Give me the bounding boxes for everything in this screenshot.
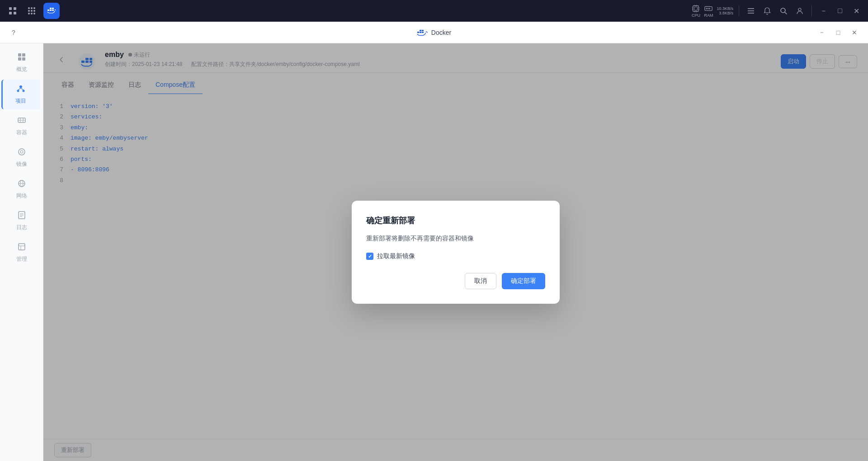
svg-rect-19 [694, 7, 698, 10]
svg-line-39 [785, 12, 787, 14]
svg-rect-47 [22, 53, 25, 56]
docker-maximize-btn[interactable]: □ [832, 26, 844, 39]
svg-rect-43 [422, 32, 424, 33]
docker-titlebar-left: ? [7, 26, 20, 39]
svg-rect-29 [706, 8, 707, 9]
sidebar-item-images[interactable]: 镜像 [3, 143, 40, 173]
docker-window: ? Docker － □ ✕ [0, 22, 868, 461]
svg-line-54 [21, 88, 24, 90]
docker-window-controls: － □ ✕ [816, 26, 861, 39]
svg-point-59 [19, 149, 25, 155]
svg-point-8 [31, 10, 33, 12]
checkbox-label: 拉取最新镜像 [377, 252, 415, 260]
network-speed[interactable]: 10.3KB/s 3.8KB/s [717, 6, 733, 15]
svg-point-51 [17, 90, 19, 92]
dialog-overlay: 确定重新部署 重新部署将删除不再需要的容器和镜像 拉取最新镜像 取消 确定部署 [43, 43, 868, 461]
docker-taskbar-icon[interactable] [43, 3, 60, 19]
taskbar-left [5, 3, 60, 19]
sidebar-item-containers[interactable]: 容器 [3, 111, 40, 141]
docker-minimize-btn[interactable]: － [816, 26, 828, 39]
sidebar-containers-label: 容器 [16, 129, 27, 136]
svg-rect-48 [18, 57, 21, 61]
containers-icon [17, 116, 26, 127]
svg-point-4 [28, 7, 30, 9]
sidebar-item-logs[interactable]: 日志 [3, 206, 40, 236]
svg-line-53 [18, 88, 21, 90]
svg-point-40 [798, 8, 801, 11]
svg-point-50 [19, 85, 22, 88]
sidebar-logs-label: 日志 [16, 224, 27, 231]
pull-latest-checkbox[interactable] [366, 253, 373, 260]
apps-list-icon[interactable] [24, 4, 39, 18]
docker-help-btn[interactable]: ? [7, 26, 20, 39]
cpu-monitor[interactable]: CPU [691, 4, 700, 18]
svg-point-7 [28, 10, 30, 12]
grid-menu-icon[interactable] [5, 4, 20, 18]
user-icon[interactable] [793, 5, 806, 17]
search-icon[interactable] [777, 5, 790, 17]
notification-icon[interactable] [761, 5, 774, 17]
sidebar-item-overview[interactable]: 概览 [3, 48, 40, 78]
system-close-btn[interactable]: ✕ [850, 5, 863, 17]
system-minimize-btn[interactable]: － [817, 5, 830, 17]
svg-rect-0 [9, 7, 12, 10]
svg-rect-18 [693, 6, 699, 12]
svg-point-11 [31, 13, 33, 14]
svg-point-12 [33, 13, 35, 14]
svg-rect-41 [417, 32, 419, 33]
svg-rect-16 [50, 8, 52, 9]
cancel-button[interactable]: 取消 [465, 273, 496, 289]
docker-close-btn[interactable]: ✕ [848, 26, 861, 39]
confirm-dialog: 确定重新部署 重新部署将删除不再需要的容器和镜像 拉取最新镜像 取消 确定部署 [352, 201, 560, 304]
main-content: emby 未运行 创建时间：2025-01-23 14:21:48 配置文件路径… [43, 43, 868, 461]
sidebar-item-projects[interactable]: 项目 [1, 80, 40, 109]
sidebar-projects-label: 项目 [15, 97, 26, 105]
taskbar-menu-icon[interactable] [745, 5, 757, 17]
docker-title-group: Docker [417, 27, 451, 38]
dialog-checkbox-group: 拉取最新镜像 [366, 252, 545, 260]
svg-point-6 [33, 7, 35, 9]
svg-rect-42 [420, 32, 421, 33]
docker-body: 概览 项目 [0, 43, 868, 461]
svg-point-52 [23, 90, 25, 92]
svg-rect-49 [22, 57, 25, 61]
svg-point-10 [28, 13, 30, 14]
svg-rect-13 [47, 9, 49, 11]
upload-speed: 10.3KB/s [717, 6, 733, 11]
svg-rect-45 [422, 30, 424, 31]
sidebar-item-manage[interactable]: 管理 [3, 238, 40, 268]
sidebar-images-label: 镜像 [16, 160, 27, 168]
svg-rect-2 [9, 12, 12, 14]
svg-rect-15 [52, 9, 54, 11]
taskbar-right: CPU RAM 10.3KB/s 3.8KB/s [691, 4, 863, 18]
dialog-title: 确定重新部署 [366, 215, 545, 226]
svg-rect-46 [18, 53, 21, 56]
cpu-label: CPU [692, 13, 700, 18]
download-speed: 3.8KB/s [719, 11, 733, 15]
system-maximize-btn[interactable]: □ [834, 5, 846, 17]
sidebar-item-network[interactable]: 网络 [3, 174, 40, 204]
docker-titlebar: ? Docker － □ ✕ [0, 22, 868, 43]
confirm-deploy-button[interactable]: 确定部署 [502, 273, 545, 289]
taskbar: CPU RAM 10.3KB/s 3.8KB/s [0, 0, 868, 22]
dialog-actions: 取消 确定部署 [366, 273, 545, 289]
taskbar-separator-2 [811, 5, 812, 16]
sidebar-network-label: 网络 [16, 192, 27, 200]
docker-window-title: Docker [431, 29, 451, 36]
projects-icon [16, 84, 25, 95]
manage-icon [17, 242, 26, 254]
ram-label: RAM [704, 13, 713, 18]
svg-rect-30 [708, 8, 709, 9]
sidebar: 概览 项目 [0, 43, 43, 461]
svg-rect-1 [14, 7, 16, 10]
sidebar-overview-label: 概览 [16, 66, 27, 73]
svg-rect-14 [50, 9, 52, 11]
svg-rect-17 [52, 8, 54, 9]
svg-rect-44 [420, 30, 421, 31]
svg-point-5 [31, 7, 33, 9]
dialog-description: 重新部署将删除不再需要的容器和镜像 [366, 233, 545, 243]
svg-rect-68 [19, 244, 25, 250]
network-icon [17, 179, 26, 190]
svg-point-60 [20, 151, 23, 153]
ram-monitor[interactable]: RAM [704, 4, 713, 18]
